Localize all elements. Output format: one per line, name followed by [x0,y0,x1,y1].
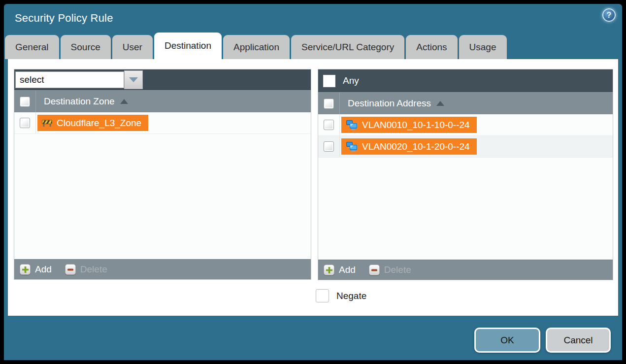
tab-usage[interactable]: Usage [459,35,507,59]
tab-bar: General Source User Destination Applicat… [5,33,507,59]
tab-application[interactable]: Application [223,35,290,59]
help-icon[interactable]: ? [602,8,616,22]
dialog-title: Security Policy Rule [15,12,113,25]
address-add-button[interactable]: Add [324,265,356,275]
zone-row-checkbox[interactable] [20,118,30,128]
sort-ascending-icon [120,99,128,104]
tab-user[interactable]: User [112,35,153,59]
zone-item-cloudflare-l3-zone[interactable]: Cloudflare_L3_Zone [37,115,148,131]
zone-barrier-icon [42,119,52,127]
zone-column-header-row: Destination Zone [14,90,311,112]
zone-footer: Add Delete [14,259,311,279]
zone-select-input[interactable] [15,71,124,88]
tab-actions[interactable]: Actions [406,35,457,59]
zone-select-all-checkbox[interactable] [20,97,30,107]
zone-column-header[interactable]: Destination Zone [44,91,128,112]
address-select-all-checkbox[interactable] [324,99,334,109]
ok-button[interactable]: OK [474,328,540,353]
zone-delete-button[interactable]: Delete [65,264,107,275]
cancel-button[interactable]: Cancel [546,328,611,353]
address-list: VLAN0010_10-1-10-0--24 [318,114,613,260]
security-policy-rule-dialog: Security Policy Rule ? General Source Us… [4,4,622,360]
address-row-checkbox[interactable] [324,141,334,152]
zone-select-dropdown-button[interactable] [124,70,143,89]
negate-label: Negate [336,291,366,301]
network-host-icon [346,141,358,152]
minus-icon [369,265,380,275]
tab-service-url-category[interactable]: Service/URL Category [291,35,404,59]
address-item-vlan0020[interactable]: VLAN0020_10-1-20-0--24 [341,138,477,155]
tab-general[interactable]: General [5,35,59,59]
address-row-checkbox[interactable] [324,120,334,130]
address-column-header-row: Destination Address [318,92,613,114]
table-row: Cloudflare_L3_Zone [14,112,311,134]
address-delete-button[interactable]: Delete [369,265,411,275]
address-column-header[interactable]: Destination Address [348,93,444,114]
destination-address-panel: Any Destination Address [318,69,613,280]
any-label: Any [343,75,359,86]
chevron-down-icon [129,77,138,82]
negate-checkbox[interactable] [316,289,329,302]
negate-row: Negate [316,289,366,302]
address-footer: Add Delete [318,260,613,280]
sort-ascending-icon [436,101,444,106]
destination-zone-panel: Destination Zone [14,69,311,280]
tab-source[interactable]: Source [61,35,111,59]
zone-list: Cloudflare_L3_Zone [14,112,311,259]
destination-tab-content: Destination Zone [8,59,618,316]
table-row: VLAN0010_10-1-10-0--24 [318,114,613,136]
any-checkbox[interactable] [323,75,335,87]
plus-icon [324,265,334,275]
minus-icon [65,264,76,275]
zone-add-button[interactable]: Add [20,264,52,275]
network-host-icon [346,120,358,130]
address-any-bar: Any [318,69,613,92]
plus-icon [20,264,31,275]
address-item-vlan0010[interactable]: VLAN0010_10-1-10-0--24 [341,117,477,133]
tab-destination[interactable]: Destination [154,33,222,59]
table-row: VLAN0020_10-1-20-0--24 [318,136,613,158]
zone-toolbar [14,69,311,90]
